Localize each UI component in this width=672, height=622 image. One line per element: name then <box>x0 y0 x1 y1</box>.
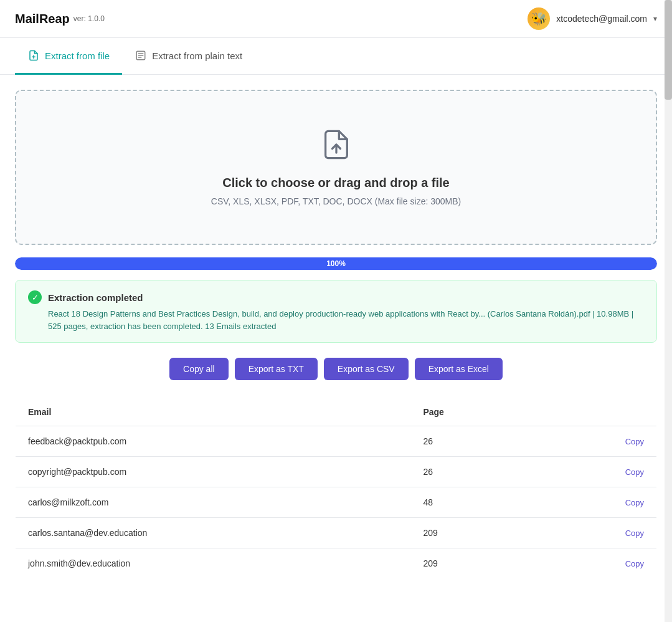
tab-extract-text-label: Extract from plain text <box>152 50 242 61</box>
cell-email: carlos@milkzoft.com <box>16 487 411 518</box>
avatar: 🐝 <box>528 7 550 30</box>
app-header: MailReap ver: 1.0.0 🐝 xtcodetech@gmail.c… <box>0 0 672 38</box>
drop-zone-click-text: Click to choose <box>222 176 315 189</box>
copy-button[interactable]: Copy <box>625 498 644 507</box>
table-row: feedback@packtpub.com26Copy <box>16 426 657 457</box>
export-txt-button[interactable]: Export as TXT <box>235 358 318 380</box>
cell-email: john.smith@dev.education <box>16 548 411 579</box>
export-excel-button[interactable]: Export as Excel <box>415 358 503 380</box>
user-menu[interactable]: 🐝 xtcodetech@gmail.com ▾ <box>528 7 657 30</box>
cell-email: copyright@packtpub.com <box>16 457 411 487</box>
tab-extract-text[interactable]: Extract from plain text <box>122 38 255 75</box>
cell-copy: Copy <box>536 487 657 518</box>
action-buttons: Copy all Export as TXT Export as CSV Exp… <box>15 358 657 380</box>
progress-label: 100% <box>326 259 346 268</box>
app-logo-group: MailReap ver: 1.0.0 <box>15 12 105 26</box>
cell-page: 209 <box>410 518 536 548</box>
table-row: carlos.santana@dev.education209Copy <box>16 518 657 548</box>
cell-copy: Copy <box>536 548 657 579</box>
col-header-email: Email <box>16 398 411 426</box>
extraction-result: ✓ Extraction completed React 18 Design P… <box>15 280 657 343</box>
cell-copy: Copy <box>536 426 657 457</box>
cell-email: feedback@packtpub.com <box>16 426 411 457</box>
text-icon <box>135 49 147 62</box>
table-body: feedback@packtpub.com26Copycopyright@pac… <box>16 426 657 579</box>
drop-zone-subtitle: CSV, XLS, XLSX, PDF, TXT, DOC, DOCX (Max… <box>211 196 461 206</box>
drop-zone-title: Click to choose or drag and drop a file <box>222 176 450 190</box>
app-version: ver: 1.0.0 <box>73 14 105 23</box>
copy-button[interactable]: Copy <box>625 559 644 568</box>
cell-email: carlos.santana@dev.education <box>16 518 411 548</box>
cell-page: 48 <box>410 487 536 518</box>
cell-page: 26 <box>410 426 536 457</box>
copy-button[interactable]: Copy <box>625 437 644 446</box>
cell-copy: Copy <box>536 457 657 487</box>
cell-copy: Copy <box>536 518 657 548</box>
cell-page: 26 <box>410 457 536 487</box>
email-table: Email Page feedback@packtpub.com26Copyco… <box>15 398 657 579</box>
drop-zone-drag-text: or drag and drop a file <box>315 176 450 189</box>
col-header-action <box>536 398 657 426</box>
extraction-title: Extraction completed <box>48 292 143 303</box>
tab-extract-file-label: Extract from file <box>45 50 110 61</box>
scrollbar[interactable] <box>665 0 672 622</box>
user-email: xtcodetech@gmail.com <box>556 14 647 24</box>
cell-page: 209 <box>410 548 536 579</box>
file-icon <box>27 49 40 62</box>
copy-button[interactable]: Copy <box>625 467 644 477</box>
app-name: MailReap <box>15 12 70 26</box>
table-row: carlos@milkzoft.com48Copy <box>16 487 657 518</box>
table-row: john.smith@dev.education209Copy <box>16 548 657 579</box>
extraction-result-header: ✓ Extraction completed <box>28 290 644 304</box>
col-header-page: Page <box>410 398 536 426</box>
upload-icon <box>320 128 353 163</box>
extraction-detail: React 18 Design Patterns and Best Practi… <box>28 308 644 332</box>
tab-extract-file[interactable]: Extract from file <box>15 38 122 75</box>
copy-all-button[interactable]: Copy all <box>169 358 229 380</box>
scrollbar-thumb[interactable] <box>665 0 672 100</box>
chevron-down-icon: ▾ <box>653 14 657 23</box>
copy-button[interactable]: Copy <box>625 529 644 538</box>
progress-container: 100% <box>15 257 657 270</box>
drop-zone[interactable]: Click to choose or drag and drop a file … <box>15 90 657 245</box>
table-header: Email Page <box>16 398 657 426</box>
check-icon: ✓ <box>28 290 42 304</box>
main-content: Click to choose or drag and drop a file … <box>0 75 672 594</box>
tab-bar: Extract from file Extract from plain tex… <box>0 38 672 75</box>
export-csv-button[interactable]: Export as CSV <box>324 358 409 380</box>
table-row: copyright@packtpub.com26Copy <box>16 457 657 487</box>
